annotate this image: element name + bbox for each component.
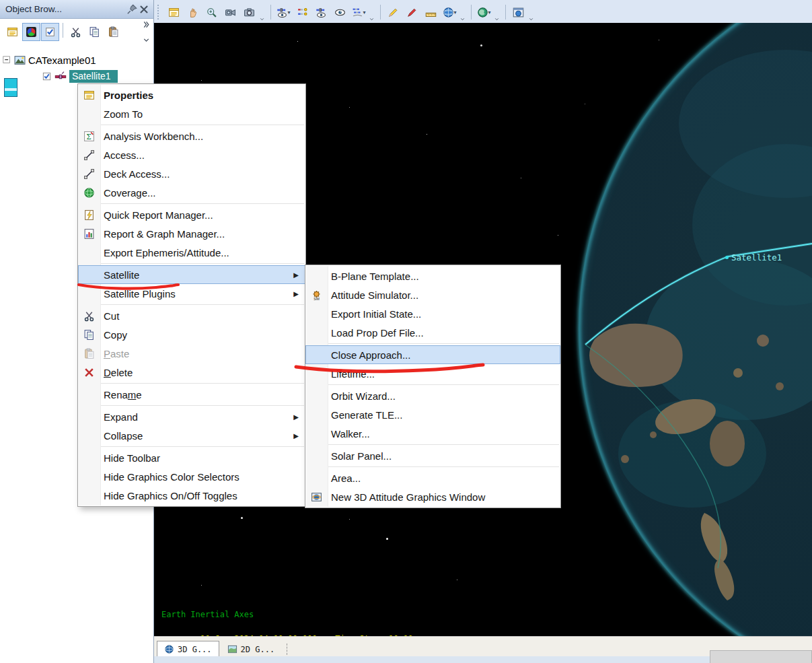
menu-item-properties[interactable]: Properties (78, 85, 305, 104)
menu-item-b-plane-template[interactable]: B-Plane Template... (305, 267, 560, 285)
highlight-tool-button[interactable] (403, 3, 421, 22)
globe-manager-button[interactable]: ▾ (441, 3, 459, 22)
new-3d-graphics-window-button[interactable] (509, 3, 527, 22)
snap-frame-button[interactable] (240, 3, 258, 22)
menu-item-label: Report & Graph Manager... (104, 228, 225, 240)
dropdown-arrow-icon: ▾ (488, 9, 490, 15)
toolbar-grip[interactable] (157, 5, 161, 20)
copy-button[interactable] (85, 23, 104, 41)
toolbar-options-icon[interactable] (369, 16, 375, 22)
tree-row-scenario[interactable]: CATexample01 (3, 53, 153, 68)
copy-icon (89, 26, 100, 38)
menu-item-lifetime[interactable]: Lifetime... (305, 364, 560, 383)
notepad-icon (83, 90, 95, 101)
new-2d-graphics-window-button[interactable] (165, 3, 183, 22)
menu-item-orbit-wizard[interactable]: Orbit Wizard... (305, 386, 560, 405)
menu-icon-gutter (78, 149, 100, 161)
zoom-button[interactable] (202, 3, 221, 22)
toolbar-overflow-icon[interactable] (142, 20, 151, 29)
menu-item-hide-graphics-color-selectors[interactable]: Hide Graphics Color Selectors (78, 467, 305, 486)
satellite-checkbox[interactable] (42, 71, 52, 81)
menu-item-walker[interactable]: Walker... (305, 424, 560, 443)
graphics-color-selectors-toggle-button[interactable] (22, 23, 40, 41)
menu-item-delete[interactable]: Delete (78, 363, 305, 382)
menu-item-access[interactable]: Access... (78, 145, 305, 164)
simgear-icon: SIM (311, 289, 322, 301)
toolbar-options-icon[interactable] (528, 16, 535, 22)
browser-report-button[interactable] (3, 23, 22, 41)
paste-icon (108, 26, 119, 38)
menu-item-attitude-simulator[interactable]: SIMAttitude Simulator... (305, 285, 560, 304)
view-direction-button[interactable] (331, 3, 349, 22)
toolbar-separator (63, 23, 63, 38)
menu-item-new-3d-attitude-graphics-window[interactable]: New 3D Attitude Graphics Window (305, 487, 560, 506)
menu-item-area[interactable]: Area... (305, 468, 560, 487)
menu-item-deck-access[interactable]: Deck Access... (78, 164, 305, 183)
toolbar-options-icon[interactable] (259, 16, 266, 22)
collapse-toggle-icon[interactable] (3, 56, 11, 65)
menu-item-close-approach[interactable]: Close Approach... (305, 345, 560, 364)
measure-tool-button[interactable] (422, 3, 440, 22)
close-icon[interactable] (138, 3, 150, 15)
object-visibility-button[interactable] (312, 3, 330, 22)
menu-item-label: Orbit Wizard... (331, 390, 396, 402)
menu-item-solar-panel[interactable]: Solar Panel... (305, 446, 560, 465)
copy-icon (83, 329, 95, 341)
satellite-color-selector[interactable] (4, 78, 17, 97)
menu-item-rename[interactable]: Rename (78, 385, 305, 404)
menu-item-coverage[interactable]: Coverage... (78, 183, 305, 202)
menu-item-expand[interactable]: Expand▶ (78, 407, 305, 426)
pin-icon[interactable] (126, 3, 138, 15)
menu-item-hide-graphics-on-off-toggles[interactable]: Hide Graphics On/Off Toggles (78, 486, 305, 505)
menu-separator (307, 384, 559, 385)
menu-item-quick-report-manager[interactable]: Quick Report Manager... (78, 205, 305, 224)
tab-3d-graphics[interactable]: 3D G... (157, 641, 219, 657)
constellation-display-button[interactable]: ▾ (350, 3, 368, 22)
qreport-icon (83, 209, 95, 221)
menu-item-satellite-plugins[interactable]: Satellite Plugins▶ (78, 284, 305, 303)
graphics-on-off-toggles-button[interactable] (41, 23, 59, 41)
menu-item-report-graph-manager[interactable]: Report & Graph Manager... (78, 224, 305, 243)
record-movie-button[interactable] (221, 3, 239, 22)
edit-vectors-button[interactable] (384, 3, 402, 22)
pan-button[interactable] (184, 3, 202, 22)
menu-item-export-initial-state[interactable]: Export Initial State... (305, 304, 560, 323)
scenario-label[interactable]: CATexample01 (28, 55, 96, 66)
menu-item-label: Load Prop Def File... (331, 327, 424, 339)
paste-button[interactable] (104, 23, 122, 41)
sigma-icon: Σ (83, 131, 95, 142)
object-pair-tool-button[interactable] (293, 3, 311, 22)
menu-item-cut[interactable]: Cut (78, 306, 305, 325)
cut-button[interactable] (67, 23, 85, 41)
imagery-terrain-button[interactable]: ▾ (475, 3, 493, 22)
pencil-icon (387, 7, 399, 18)
menu-item-zoom-to[interactable]: Zoom To (78, 104, 305, 123)
toolbar-collapse-icon[interactable] (142, 35, 151, 44)
show-hide-objects-button[interactable]: ▾ (274, 3, 293, 22)
menu-separator (307, 343, 559, 344)
menu-item-generate-tle[interactable]: Generate TLE... (305, 405, 560, 424)
toolbar-options-icon[interactable] (459, 16, 466, 22)
hand-icon (187, 7, 198, 18)
menu-item-hide-toolbar[interactable]: Hide Toolbar (78, 448, 305, 467)
satellite-name-edit[interactable]: Satellite1 (69, 70, 118, 83)
dropdown-arrow-icon: ▾ (287, 9, 290, 15)
menu-item-paste[interactable]: Paste (78, 344, 305, 363)
tab-2d-graphics[interactable]: 2D G... (221, 641, 282, 657)
tree-row-satellite[interactable]: Satellite1 (42, 69, 153, 84)
menu-item-label: Collapse (104, 430, 143, 442)
2d-map-icon (227, 644, 237, 654)
menu-item-label: Hide Toolbar (104, 452, 160, 464)
satellite-track-label-text: Satellite1 (731, 252, 782, 263)
menu-item-copy[interactable]: Copy (78, 325, 305, 344)
menu-item-label: New 3D Attitude Graphics Window (331, 491, 485, 503)
menu-item-load-prop-def-file[interactable]: Load Prop Def File... (305, 323, 560, 342)
magnifier-icon (206, 7, 217, 18)
menu-item-collapse[interactable]: Collapse▶ (78, 426, 305, 445)
menu-item-export-ephemeris-attitude[interactable]: Export Ephemeris/Attitude... (78, 243, 305, 262)
menu-item-satellite[interactable]: Satellite▶ (78, 265, 305, 284)
object-browser-titlebar[interactable]: Object Brow... (0, 0, 153, 19)
toolbar-options-icon[interactable] (494, 16, 501, 22)
menu-item-analysis-workbench[interactable]: ΣAnalysis Workbench... (78, 127, 305, 145)
menu-separator (79, 263, 304, 264)
